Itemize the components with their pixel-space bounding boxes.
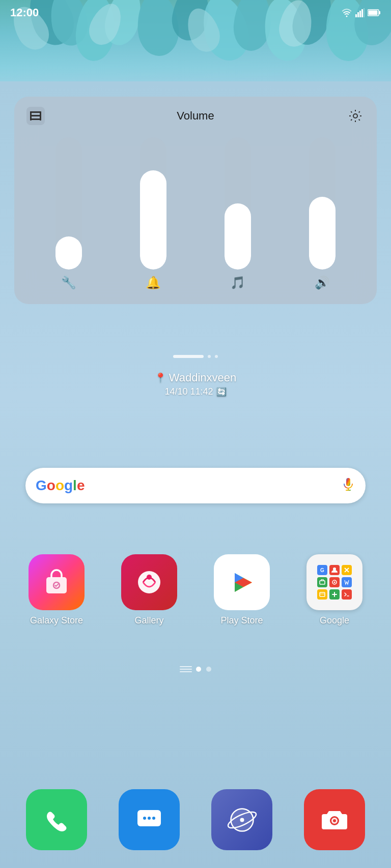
svg-point-17: [147, 575, 152, 580]
svg-rect-19: [320, 581, 325, 584]
scroll-indicator: [173, 355, 218, 358]
dock: [0, 771, 391, 868]
svg-rect-1: [357, 12, 359, 17]
svg-rect-6: [379, 11, 380, 14]
play-store-label: Play Store: [220, 615, 263, 626]
svg-rect-8: [30, 111, 41, 113]
messages-app[interactable]: [119, 789, 180, 850]
settings-icon[interactable]: [346, 107, 365, 125]
volume-header: Volume: [26, 107, 365, 125]
app-google[interactable]: G: [299, 554, 370, 626]
system-slider[interactable]: 🔊: [284, 137, 360, 290]
svg-point-30: [240, 818, 244, 822]
location-name: Waddinxveen: [169, 371, 236, 384]
volume-sliders: 🔧 🔔 🎵 🔊: [26, 137, 365, 290]
ringtone-icon: 🔧: [61, 276, 76, 290]
signal-icon: [355, 8, 365, 17]
weather-location: 📍 Waddinxveen: [0, 371, 391, 384]
app-gallery[interactable]: Gallery: [114, 554, 185, 626]
weather-date-text: 14/10 11:42: [164, 386, 213, 397]
camera-app[interactable]: [304, 789, 365, 850]
wifi-icon: [341, 8, 352, 17]
svg-rect-2: [359, 11, 361, 17]
media-button-icon[interactable]: [26, 107, 45, 125]
app-galaxy-store[interactable]: Galaxy Store: [21, 554, 92, 626]
svg-rect-3: [361, 9, 363, 17]
refresh-icon[interactable]: 🔄: [216, 387, 227, 397]
search-input-area[interactable]: [91, 468, 335, 503]
system-icon: 🔊: [315, 276, 330, 290]
battery-icon: [368, 9, 381, 16]
svg-point-21: [334, 582, 336, 583]
svg-rect-10: [30, 118, 41, 120]
google-grid: G: [317, 565, 352, 600]
ringtone-track[interactable]: [55, 137, 82, 270]
google-logo: Google: [36, 477, 85, 494]
status-icons: [341, 8, 381, 17]
svg-rect-9: [30, 115, 41, 116]
page-dot-2[interactable]: [206, 667, 211, 672]
svg-point-13: [353, 114, 357, 118]
volume-title: Volume: [177, 109, 214, 123]
search-bar[interactable]: Google: [25, 468, 366, 503]
system-track[interactable]: [309, 137, 336, 270]
notification-slider[interactable]: 🔔: [115, 137, 191, 290]
location-pin-icon: 📍: [155, 372, 166, 383]
page-dot-1[interactable]: [196, 667, 201, 672]
media-icon: 🎵: [230, 276, 245, 290]
galaxy-store-label: Galaxy Store: [30, 615, 83, 626]
app-grid: Galaxy Store Gallery: [0, 554, 391, 626]
play-store-icon[interactable]: [214, 554, 270, 610]
notification-track[interactable]: [140, 137, 166, 270]
galaxy-store-icon[interactable]: [29, 554, 85, 610]
ringtone-slider[interactable]: 🔧: [31, 137, 107, 290]
internet-app[interactable]: [211, 789, 272, 850]
weather-widget: 📍 Waddinxveen 14/10 11:42 🔄: [0, 371, 391, 397]
phone-app[interactable]: [26, 789, 87, 850]
svg-rect-12: [40, 111, 41, 121]
media-track[interactable]: [225, 137, 251, 270]
svg-rect-4: [364, 8, 365, 17]
svg-point-16: [138, 571, 160, 593]
status-time: 12:00: [10, 6, 39, 19]
app-play-store[interactable]: Play Store: [206, 554, 277, 626]
menu-indicator: [180, 666, 191, 672]
volume-panel: Volume 🔧 🔔 🎵: [14, 97, 377, 304]
svg-rect-0: [355, 14, 357, 17]
google-app-label: Google: [320, 615, 349, 626]
svg-rect-11: [30, 111, 32, 121]
google-app-icon[interactable]: G: [306, 554, 362, 610]
weather-datetime: 14/10 11:42 🔄: [0, 386, 391, 397]
svg-rect-7: [369, 11, 378, 15]
media-slider[interactable]: 🎵: [200, 137, 276, 290]
svg-rect-22: [320, 592, 325, 596]
status-bar: 12:00: [0, 0, 391, 25]
mic-icon[interactable]: [341, 477, 355, 494]
notification-icon: 🔔: [146, 276, 161, 290]
gallery-label: Gallery: [134, 615, 163, 626]
page-dots: [0, 666, 391, 672]
svg-point-24: [143, 817, 146, 820]
svg-point-33: [333, 819, 336, 822]
svg-point-25: [148, 817, 151, 820]
gallery-icon[interactable]: [121, 554, 177, 610]
svg-point-26: [152, 817, 155, 820]
